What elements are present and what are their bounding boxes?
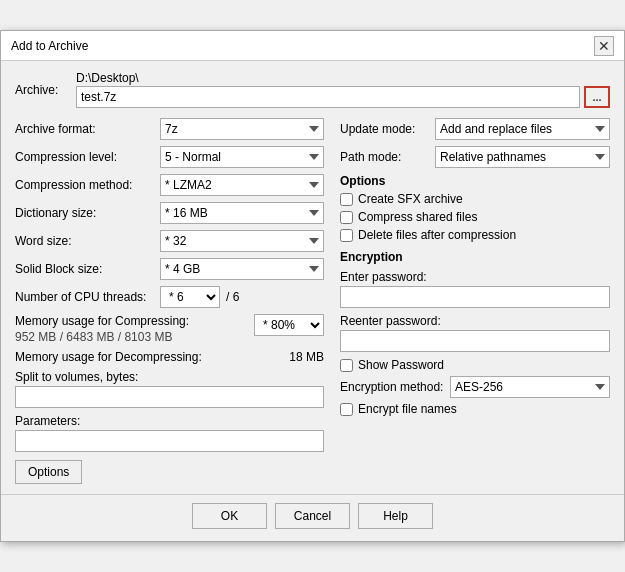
ok-button[interactable]: OK — [192, 503, 267, 529]
parameters-row: Parameters: — [15, 414, 324, 452]
cpu-threads-row: Number of CPU threads: * 6 / 6 — [15, 286, 324, 308]
archive-format-row: Archive format: 7z zip tar — [15, 118, 324, 140]
title-bar: Add to Archive ✕ — [1, 31, 624, 61]
archive-directory: D:\Desktop\ — [76, 71, 610, 85]
reenter-password-label: Reenter password: — [340, 314, 610, 328]
memory-decompressing-value: 18 MB — [289, 350, 324, 364]
solid-block-size-select[interactable]: * 4 GB — [160, 258, 324, 280]
right-column: Update mode: Add and replace files Updat… — [340, 118, 610, 484]
archive-filename-input[interactable] — [76, 86, 580, 108]
update-mode-label: Update mode: — [340, 122, 435, 136]
memory-decompressing-row: Memory usage for Decompressing: 18 MB — [15, 350, 324, 364]
word-size-select[interactable]: * 32 — [160, 230, 324, 252]
dictionary-size-label: Dictionary size: — [15, 206, 160, 220]
dictionary-size-select[interactable]: * 16 MB — [160, 202, 324, 224]
update-mode-row: Update mode: Add and replace files Updat… — [340, 118, 610, 140]
cancel-button[interactable]: Cancel — [275, 503, 350, 529]
encryption-section: Encryption Enter password: Reenter passw… — [340, 250, 610, 416]
options-button[interactable]: Options — [15, 460, 82, 484]
memory-decompressing-label: Memory usage for Decompressing: — [15, 350, 289, 364]
browse-button[interactable]: ... — [584, 86, 610, 108]
solid-block-size-label: Solid Block size: — [15, 262, 160, 276]
dialog-title: Add to Archive — [11, 39, 88, 53]
archive-format-select[interactable]: 7z zip tar — [160, 118, 324, 140]
reenter-password-input[interactable] — [340, 330, 610, 352]
memory-compressing-select[interactable]: * 80% — [254, 314, 324, 336]
dictionary-size-row: Dictionary size: * 16 MB — [15, 202, 324, 224]
compress-shared-checkbox[interactable] — [340, 211, 353, 224]
main-columns: Archive format: 7z zip tar Compression l… — [15, 118, 610, 484]
split-volumes-label: Split to volumes, bytes: — [15, 370, 324, 384]
compression-level-select[interactable]: 5 - Normal — [160, 146, 324, 168]
encrypt-file-names-row: Encrypt file names — [340, 402, 610, 416]
memory-compressing-row: Memory usage for Compressing: 952 MB / 6… — [15, 314, 324, 344]
path-mode-label: Path mode: — [340, 150, 435, 164]
memory-compressing-sub: 952 MB / 6483 MB / 8103 MB — [15, 330, 254, 344]
compression-method-label: Compression method: — [15, 178, 160, 192]
show-password-checkbox[interactable] — [340, 359, 353, 372]
delete-after-row: Delete files after compression — [340, 228, 610, 242]
parameters-input[interactable] — [15, 430, 324, 452]
bottom-buttons: OK Cancel Help — [1, 494, 624, 541]
compress-shared-label: Compress shared files — [358, 210, 477, 224]
enter-password-input[interactable] — [340, 286, 610, 308]
path-mode-row: Path mode: Relative pathnames Absolute p… — [340, 146, 610, 168]
memory-compressing-label: Memory usage for Compressing: — [15, 314, 254, 328]
archive-format-label: Archive format: — [15, 122, 160, 136]
split-volumes-input[interactable] — [15, 386, 324, 408]
solid-block-size-row: Solid Block size: * 4 GB — [15, 258, 324, 280]
word-size-row: Word size: * 32 — [15, 230, 324, 252]
help-button[interactable]: Help — [358, 503, 433, 529]
delete-after-label: Delete files after compression — [358, 228, 516, 242]
archive-label: Archive: — [15, 83, 70, 97]
update-mode-select[interactable]: Add and replace files Update and add fil… — [435, 118, 610, 140]
create-sfx-row: Create SFX archive — [340, 192, 610, 206]
compression-method-select[interactable]: * LZMA2 — [160, 174, 324, 196]
path-mode-select[interactable]: Relative pathnames Absolute pathnames No… — [435, 146, 610, 168]
left-column: Archive format: 7z zip tar Compression l… — [15, 118, 324, 484]
archive-row: Archive: D:\Desktop\ ... — [15, 71, 610, 108]
add-to-archive-dialog: Add to Archive ✕ Archive: D:\Desktop\ ..… — [0, 30, 625, 542]
show-password-label: Show Password — [358, 358, 444, 372]
encrypt-file-names-checkbox[interactable] — [340, 403, 353, 416]
create-sfx-label: Create SFX archive — [358, 192, 463, 206]
compression-method-row: Compression method: * LZMA2 — [15, 174, 324, 196]
archive-combo: ... — [76, 86, 610, 108]
cpu-threads-label: Number of CPU threads: — [15, 290, 160, 304]
encrypt-file-names-label: Encrypt file names — [358, 402, 457, 416]
show-password-row: Show Password — [340, 358, 610, 372]
encryption-method-label: Encryption method: — [340, 380, 450, 394]
word-size-label: Word size: — [15, 234, 160, 248]
encryption-title: Encryption — [340, 250, 610, 264]
create-sfx-checkbox[interactable] — [340, 193, 353, 206]
compress-shared-row: Compress shared files — [340, 210, 610, 224]
close-button[interactable]: ✕ — [594, 36, 614, 56]
memory-compressing-texts: Memory usage for Compressing: 952 MB / 6… — [15, 314, 254, 344]
compression-level-label: Compression level: — [15, 150, 160, 164]
enter-password-label: Enter password: — [340, 270, 610, 284]
parameters-label: Parameters: — [15, 414, 324, 428]
cpu-threads-select[interactable]: * 6 — [160, 286, 220, 308]
compression-level-row: Compression level: 5 - Normal — [15, 146, 324, 168]
options-section: Options Create SFX archive Compress shar… — [340, 174, 610, 242]
options-section-title: Options — [340, 174, 610, 188]
cpu-threads-max: / 6 — [226, 290, 239, 304]
archive-path-group: D:\Desktop\ ... — [76, 71, 610, 108]
delete-after-checkbox[interactable] — [340, 229, 353, 242]
encryption-method-select[interactable]: AES-256 ZipCrypto — [450, 376, 610, 398]
encryption-method-row: Encryption method: AES-256 ZipCrypto — [340, 376, 610, 398]
memory-compressing-inner: Memory usage for Compressing: 952 MB / 6… — [15, 314, 324, 344]
split-volumes-row: Split to volumes, bytes: — [15, 370, 324, 408]
dialog-content: Archive: D:\Desktop\ ... Archive format:… — [1, 61, 624, 494]
